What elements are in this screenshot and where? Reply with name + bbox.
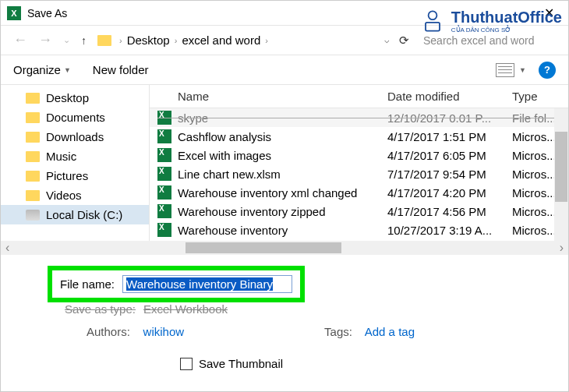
file-type: Micros... (512, 130, 559, 143)
file-date: 4/17/2017 4:56 PM (387, 205, 512, 218)
file-date: 4/17/2017 4:20 PM (387, 186, 512, 200)
sidebar-item-label: Documents (46, 111, 105, 124)
column-type[interactable]: Type (512, 90, 559, 103)
file-list: skype12/10/2017 0.01 P...File fol... Cas… (150, 108, 568, 239)
sidebar-item-label: Pictures (46, 169, 88, 182)
file-type: Micros... (512, 224, 559, 237)
folder-icon (26, 93, 40, 104)
file-list-header: Name Date modified Type (150, 85, 568, 108)
scroll-right-icon[interactable]: › (555, 241, 568, 255)
file-row[interactable]: Line chart new.xlsm7/17/2017 9:54 PMMicr… (150, 164, 568, 183)
excel-file-icon (157, 204, 171, 218)
forward-arrow-icon[interactable]: → (35, 32, 55, 48)
vertical-scrollbar[interactable] (554, 108, 568, 241)
savetype-value: Excel Workbook (143, 302, 228, 316)
folder-icon (26, 112, 40, 123)
search-input[interactable]: Search excel and word (419, 33, 559, 48)
file-row[interactable]: Cashflow analysis4/17/2017 1:51 PMMicros… (150, 127, 568, 146)
file-type: Micros... (512, 205, 559, 218)
disk-icon (26, 210, 40, 221)
breadcrumb-separator: › (175, 36, 178, 45)
file-name: Excel with images (178, 149, 387, 162)
sidebar-item-music[interactable]: Music (1, 147, 149, 166)
file-pane: Name Date modified Type skype12/10/2017 … (149, 85, 568, 241)
file-type: File fol... (512, 111, 559, 125)
scroll-left-icon[interactable]: ‹ (1, 241, 14, 255)
horizontal-scrollbar[interactable]: ‹ › (1, 241, 568, 255)
file-date: 7/17/2017 9:54 PM (387, 168, 512, 181)
file-row[interactable]: Warehouse inventory zipped4/17/2017 4:56… (150, 202, 568, 221)
save-thumbnail-label: Save Thumbnail (199, 357, 283, 370)
file-type: Micros... (512, 186, 559, 200)
recent-dropdown-icon[interactable]: ⌄ (60, 35, 73, 45)
organize-label: Organize (13, 63, 61, 76)
sidebar-item-desktop[interactable]: Desktop (1, 88, 149, 108)
up-arrow-icon[interactable]: ↑ (78, 34, 90, 47)
view-options-icon[interactable] (496, 63, 514, 77)
close-button[interactable]: ✕ (536, 5, 562, 20)
save-thumbnail-row[interactable]: Save Thumbnail (48, 338, 546, 370)
sidebar-item-downloads[interactable]: Downloads (1, 127, 149, 147)
breadcrumb[interactable]: Desktop › excel and word › (127, 34, 380, 47)
file-date: 4/17/2017 1:51 PM (387, 130, 512, 143)
excel-file-icon (157, 148, 171, 162)
filename-label: File name: (60, 277, 115, 291)
excel-file-icon (157, 223, 171, 237)
sidebar-item-label: Downloads (46, 130, 104, 143)
excel-file-icon (157, 111, 171, 125)
save-as-type-row[interactable]: Save as type: Excel Workbook (48, 299, 546, 316)
breadcrumb-dropdown-icon[interactable]: ⌵ (384, 35, 390, 45)
new-folder-button[interactable]: New folder (93, 63, 149, 76)
sidebar-item-label: Videos (46, 189, 82, 202)
filename-highlight: File name: Warehouse inventory Binary (48, 266, 305, 302)
sidebar-item-local-disk[interactable]: Local Disk (C:) (1, 205, 149, 224)
file-name: Line chart new.xlsm (178, 168, 387, 181)
dropdown-icon[interactable]: ▼ (519, 66, 526, 74)
save-thumbnail-checkbox[interactable] (180, 358, 193, 370)
filename-value: Warehouse inventory Binary (126, 277, 273, 291)
tags-value[interactable]: Add a tag (365, 325, 415, 338)
breadcrumb-separator: › (119, 36, 122, 45)
filename-input[interactable]: Warehouse inventory Binary (122, 275, 292, 293)
file-row[interactable]: Excel with images4/17/2017 6:05 PMMicros… (150, 146, 568, 164)
scrollbar-thumb[interactable] (186, 242, 341, 253)
metadata-row: Authors: wikihow Tags: Add a tag (48, 316, 546, 338)
breadcrumb-separator: › (265, 36, 268, 45)
file-name: skype (178, 111, 387, 125)
file-type: Micros... (512, 168, 559, 181)
file-date: 4/17/2017 6:05 PM (387, 149, 512, 162)
folder-icon (97, 35, 111, 46)
column-name[interactable]: Name (178, 90, 387, 103)
breadcrumb-item[interactable]: excel and word (182, 34, 260, 47)
sidebar-item-label: Music (46, 150, 76, 163)
sidebar-item-pictures[interactable]: Pictures (1, 166, 149, 185)
excel-file-icon (157, 185, 171, 200)
file-name: Warehouse inventory (178, 224, 387, 237)
sidebar: Desktop Documents Downloads Music Pictur… (1, 85, 149, 241)
excel-app-icon (7, 6, 21, 20)
help-icon[interactable]: ? (539, 62, 556, 79)
file-type: Micros... (512, 149, 559, 162)
sidebar-item-documents[interactable]: Documents (1, 108, 149, 127)
scrollbar-thumb[interactable] (555, 132, 567, 202)
file-row[interactable]: skype12/10/2017 0.01 P...File fol... (150, 108, 568, 127)
sidebar-item-videos[interactable]: Videos (1, 185, 149, 205)
sidebar-item-label: Desktop (46, 91, 89, 104)
form-area: File name: Warehouse inventory Binary Sa… (1, 255, 568, 378)
folder-icon (26, 151, 40, 162)
breadcrumb-item[interactable]: Desktop (127, 34, 170, 47)
back-arrow-icon[interactable]: ← (10, 32, 30, 48)
title-bar: Save As ✕ (1, 1, 568, 26)
folder-icon (26, 171, 40, 182)
file-row[interactable]: Warehouse inventory10/27/2017 3:19 A...M… (150, 221, 568, 239)
excel-file-icon (157, 129, 171, 143)
nav-bar: ← → ⌄ ↑ › Desktop › excel and word › ⌵ ⟳… (1, 26, 568, 55)
file-row[interactable]: Warehouse inventory xml changed4/17/2017… (150, 183, 568, 202)
folder-icon (26, 132, 40, 143)
tags-label: Tags: (324, 325, 352, 338)
organize-button[interactable]: Organize ▼ (13, 63, 71, 76)
authors-value[interactable]: wikihow (143, 325, 185, 338)
column-date[interactable]: Date modified (387, 90, 512, 103)
authors-label: Authors: (87, 325, 130, 338)
refresh-icon[interactable]: ⟳ (394, 34, 414, 48)
